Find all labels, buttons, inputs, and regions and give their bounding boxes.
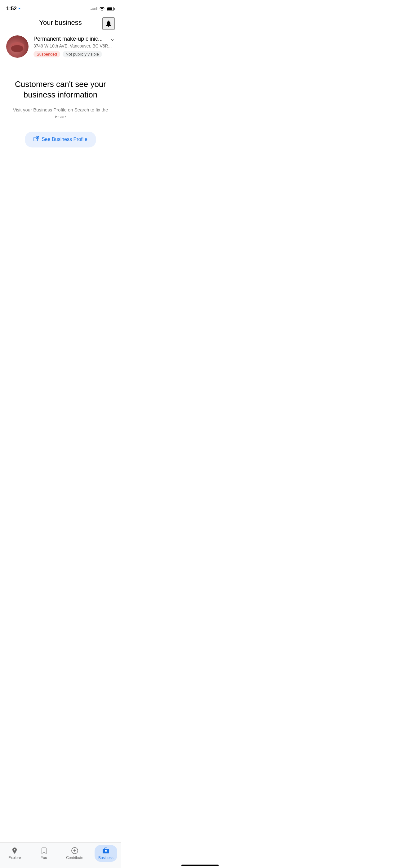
status-time: 1:52 ‣ [6, 6, 21, 12]
chevron-down-icon[interactable]: ⌄ [110, 35, 115, 42]
business-badges: Suspended Not publicly visible [33, 51, 115, 57]
wifi-icon [99, 6, 105, 11]
see-business-profile-label: See Business Profile [41, 136, 88, 142]
page-header: Your business [0, 16, 121, 32]
see-business-profile-button[interactable]: See Business Profile [25, 132, 96, 148]
status-bar: 1:52 ‣ [0, 0, 121, 16]
business-info: Permanent make-up clinic... ⌄ 3749 W 10t… [33, 35, 115, 57]
notifications-bell-button[interactable] [102, 18, 115, 30]
business-name-row: Permanent make-up clinic... ⌄ [33, 35, 115, 42]
signal-icon [91, 7, 97, 10]
battery-icon [107, 7, 115, 11]
not-visible-badge: Not publicly visible [63, 51, 102, 57]
location-arrow-icon: ‣ [18, 6, 21, 11]
business-card[interactable]: Permanent make-up clinic... ⌄ 3749 W 10t… [0, 32, 121, 64]
business-avatar [6, 35, 29, 58]
business-address: 3749 W 10th AVE, Vancouver, BC V6R... [33, 43, 115, 49]
suspended-badge: Suspended [33, 51, 60, 57]
svg-rect-2 [107, 7, 112, 10]
page-title: Your business [39, 19, 81, 27]
external-link-icon [33, 136, 39, 143]
business-name: Permanent make-up clinic... [33, 36, 108, 42]
bell-icon [105, 20, 112, 27]
main-title: Customers can't see your business inform… [10, 79, 111, 100]
svg-rect-1 [114, 8, 115, 10]
avatar-image [6, 35, 29, 58]
main-subtitle: Visit your Business Profile on Search to… [10, 106, 111, 120]
status-icons [91, 6, 115, 11]
main-content: Customers can't see your business inform… [0, 64, 121, 157]
